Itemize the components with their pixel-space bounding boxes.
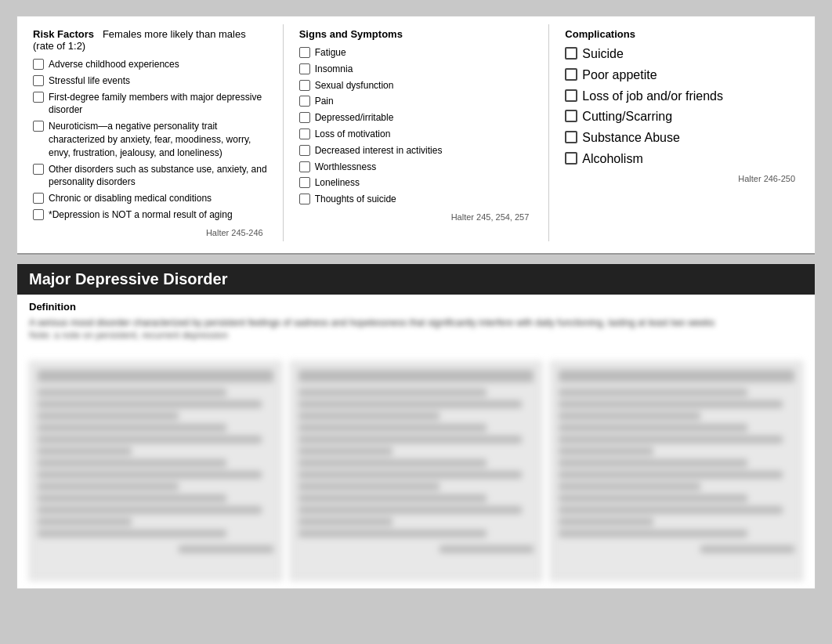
slide-top-content: Risk Factors Females more likely than ma…	[17, 16, 815, 255]
blurred-citation	[700, 545, 794, 553]
checkbox-icon	[565, 152, 577, 165]
blurred-line	[559, 412, 700, 420]
blurred-line	[559, 483, 700, 490]
signs-symptoms-column: Signs and Symptoms Fatigue Insomnia Sexu…	[295, 24, 537, 241]
list-item: Other disorders such as substance use, a…	[33, 163, 267, 190]
blurred-line	[38, 471, 262, 479]
checkbox-icon	[33, 59, 44, 70]
column-divider	[283, 24, 284, 241]
list-item: Fatigue	[299, 46, 534, 60]
blurred-complications	[550, 361, 803, 581]
checkbox-icon	[299, 128, 310, 139]
list-item: Loss of motivation	[299, 128, 534, 141]
blurred-line	[298, 400, 523, 408]
blurred-line	[559, 506, 783, 514]
definition-text: A serious mood disorder characterized by…	[29, 316, 803, 330]
slide-1: Risk Factors Females more likely than ma…	[16, 16, 816, 255]
blurred-line	[298, 506, 523, 514]
risk-factors-header: Risk Factors Females more likely than ma…	[33, 28, 267, 52]
blurred-risk-factors	[29, 361, 282, 581]
list-item: Pain	[299, 95, 534, 108]
risk-factors-list: Adverse childhood experiences Stressful …	[33, 58, 267, 222]
complications-column: Complications Suicide Poor appetite Loss…	[561, 24, 803, 241]
blurred-line	[559, 436, 783, 443]
blurred-columns-area	[17, 353, 815, 588]
blurred-line	[298, 436, 523, 443]
signs-symptoms-list: Fatigue Insomnia Sexual dysfunction Pain…	[299, 46, 534, 206]
blurred-line	[298, 447, 392, 455]
list-item: Neuroticism—a negative personality trait…	[33, 120, 267, 159]
list-item: Depressed/irritable	[299, 111, 534, 125]
blurred-line	[298, 483, 440, 490]
checkbox-icon	[565, 68, 577, 81]
list-item: Cutting/Scarring	[565, 109, 799, 125]
blurred-line	[38, 389, 226, 396]
blurred-header	[298, 370, 534, 382]
blurred-citation	[440, 545, 534, 553]
checkbox-icon	[299, 80, 310, 91]
note-text: Note: a note on persistent, recurrent de…	[29, 330, 803, 341]
list-item: Worthlessness	[299, 161, 534, 174]
complications-list: Suicide Poor appetite Loss of job and/or…	[565, 46, 799, 168]
blurred-line	[559, 471, 783, 479]
checkbox-icon	[565, 47, 577, 60]
checkbox-icon	[299, 161, 310, 172]
blurred-header	[559, 370, 794, 382]
blurred-line	[38, 494, 226, 502]
checkbox-icon	[33, 164, 44, 175]
blurred-line	[38, 436, 262, 443]
blurred-content	[29, 361, 803, 581]
blurred-line	[559, 447, 653, 455]
list-item: Decreased interest in activities	[299, 144, 534, 157]
list-item: Alcoholism	[565, 151, 799, 168]
checkbox-icon	[565, 89, 577, 102]
blurred-line	[298, 494, 487, 502]
checkbox-icon	[299, 63, 310, 74]
checkbox-icon	[33, 193, 44, 204]
blurred-line	[38, 447, 132, 455]
checkbox-icon	[299, 145, 310, 156]
list-item: Stressful life events	[33, 74, 267, 88]
list-item: Chronic or disabling medical conditions	[33, 192, 267, 205]
complications-citation: Halter 246-250	[565, 174, 799, 183]
definition-section: Definition A serious mood disorder chara…	[17, 295, 815, 353]
list-item: Insomnia	[299, 63, 534, 76]
list-item: First-degree family members with major d…	[33, 91, 267, 118]
risk-factors-column: Risk Factors Females more likely than ma…	[29, 24, 271, 241]
blurred-line	[298, 389, 487, 396]
blurred-line	[38, 518, 132, 526]
list-item: Thoughts of suicide	[299, 193, 534, 206]
list-item: Loneliness	[299, 176, 534, 190]
blurred-header	[38, 370, 273, 382]
blurred-line	[298, 471, 523, 479]
blurred-signs-symptoms	[290, 361, 543, 581]
checkbox-icon	[33, 121, 44, 132]
column-divider	[548, 24, 549, 241]
blurred-line	[559, 400, 783, 408]
blurred-line	[559, 424, 747, 432]
blurred-line	[559, 494, 747, 502]
checkbox-icon	[33, 92, 44, 103]
blurred-line	[298, 459, 487, 467]
checkbox-icon	[565, 110, 577, 122]
blurred-line	[298, 412, 440, 420]
blurred-line	[38, 530, 226, 537]
list-item: Poor appetite	[565, 67, 799, 84]
blurred-line	[38, 506, 262, 514]
list-item: Suicide	[565, 46, 799, 63]
slide-2: Major Depressive Disorder Definition A s…	[16, 263, 816, 589]
checkbox-icon	[299, 47, 310, 58]
checkbox-icon	[299, 96, 310, 107]
signs-symptoms-header: Signs and Symptoms	[299, 28, 534, 40]
blurred-line	[38, 412, 179, 420]
blurred-line	[559, 530, 747, 537]
blurred-line	[298, 530, 487, 537]
list-item: Loss of job and/or friends	[565, 89, 799, 105]
slide-title: Major Depressive Disorder	[17, 264, 815, 295]
checkbox-icon	[565, 131, 577, 143]
blurred-line	[559, 389, 747, 396]
list-item: Substance Abuse	[565, 130, 799, 147]
blurred-line	[38, 424, 226, 432]
risk-factors-citation: Halter 245-246	[33, 228, 267, 237]
blurred-line	[38, 459, 226, 467]
